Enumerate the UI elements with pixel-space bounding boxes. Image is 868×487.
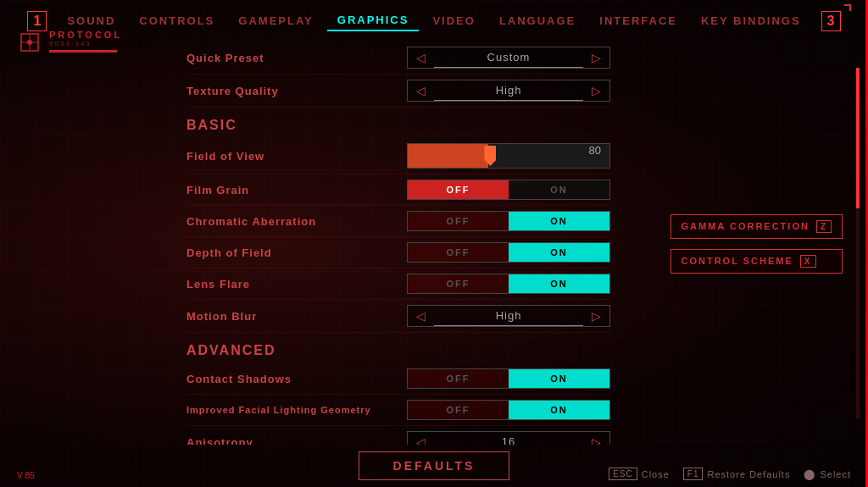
- motion-blur-left-arrow[interactable]: ◁: [408, 306, 434, 326]
- nav-item-video[interactable]: VIDEO: [422, 11, 485, 30]
- anisotropy-left-arrow[interactable]: ◁: [408, 432, 434, 445]
- quick-preset-row: Quick Preset ◁ Custom ▷: [186, 42, 610, 75]
- logo-subtitle: 6033-343: [49, 40, 122, 47]
- nav-item-keybindings[interactable]: KEY BINDINGS: [691, 11, 811, 30]
- control-scheme-button[interactable]: CONTROL SCHEME X: [670, 249, 843, 274]
- close-key: ESC: [609, 468, 637, 480]
- contact-shadows-toggle[interactable]: OFF ON: [407, 368, 610, 389]
- chrom-aber-on[interactable]: ON: [509, 212, 609, 230]
- close-hint: ESC Close: [609, 468, 670, 480]
- restore-key: F1: [683, 468, 704, 480]
- fov-row: Field of View 80: [186, 138, 610, 174]
- facial-lighting-on[interactable]: ON: [509, 401, 609, 419]
- anisotropy-selector[interactable]: ◁ 16 ▷: [407, 431, 610, 445]
- texture-quality-label: Texture Quality: [186, 85, 356, 97]
- lens-flare-on[interactable]: ON: [509, 274, 609, 293]
- defaults-button[interactable]: DEFAULTS: [359, 451, 510, 480]
- nav-item-gameplay[interactable]: GAMEPLAY: [228, 11, 323, 30]
- chrom-aber-toggle[interactable]: OFF ON: [407, 211, 610, 231]
- texture-quality-control: ◁ High ▷: [407, 80, 610, 102]
- control-key-badge: X: [800, 255, 816, 268]
- lens-flare-row: Lens Flare OFF ON: [186, 268, 610, 300]
- fov-control: 80: [407, 143, 610, 169]
- facial-lighting-toggle[interactable]: OFF ON: [407, 400, 610, 420]
- fov-slider[interactable]: 80: [407, 143, 610, 169]
- quick-preset-left-arrow[interactable]: ◁: [408, 47, 434, 68]
- texture-quality-selector[interactable]: ◁ High ▷: [407, 80, 610, 102]
- quick-preset-label: Quick Preset: [186, 52, 356, 64]
- motion-blur-control: ◁ High ▷: [407, 305, 610, 327]
- lens-flare-label: Lens Flare: [186, 278, 356, 291]
- lens-flare-control: OFF ON: [407, 274, 610, 294]
- quick-preset-selector[interactable]: ◁ Custom ▷: [407, 47, 610, 69]
- anisotropy-control: ◁ 16 ▷: [407, 431, 610, 445]
- anisotropy-row: Anisotropy ◁ 16 ▷: [186, 426, 610, 445]
- main-container: 1 SOUND CONTROLS GAMEPLAY GRAPHICS VIDEO…: [0, 0, 868, 487]
- anisotropy-right-arrow[interactable]: ▷: [583, 432, 609, 445]
- contact-shadows-on[interactable]: ON: [509, 369, 609, 388]
- nav-item-interface[interactable]: INTERFACE: [589, 11, 687, 30]
- nav-item-graphics[interactable]: GRAPHICS: [327, 10, 420, 31]
- fov-value: 80: [589, 144, 601, 157]
- contact-shadows-off[interactable]: OFF: [408, 369, 509, 388]
- film-grain-on[interactable]: ON: [509, 180, 609, 199]
- anisotropy-label: Anisotropy: [186, 436, 356, 445]
- lens-flare-off[interactable]: OFF: [408, 274, 509, 293]
- svg-point-3: [27, 40, 32, 45]
- restore-label: Restore Defaults: [707, 469, 790, 479]
- contact-shadows-control: OFF ON: [407, 368, 610, 389]
- corner-decoration: [844, 4, 851, 11]
- facial-lighting-off[interactable]: OFF: [408, 401, 509, 419]
- select-label: Select: [820, 469, 851, 479]
- facial-lighting-control: OFF ON: [407, 400, 610, 420]
- motion-blur-label: Motion Blur: [186, 310, 356, 323]
- film-grain-control: OFF ON: [407, 180, 610, 200]
- nav-bracket-right: 3: [821, 11, 841, 31]
- film-grain-row: Film Grain OFF ON: [186, 174, 610, 206]
- texture-quality-value: High: [434, 80, 583, 101]
- fov-handle[interactable]: [484, 146, 496, 166]
- fov-track: 80: [408, 144, 609, 168]
- gamma-correction-label: GAMMA CORRECTION: [682, 221, 810, 231]
- nav-item-language[interactable]: LANGUAGE: [489, 11, 586, 30]
- bottom-bar: DEFAULTS: [0, 445, 868, 487]
- depth-field-on[interactable]: ON: [509, 243, 609, 262]
- nav-item-controls[interactable]: CONTROLS: [129, 11, 225, 30]
- settings-panel: Quick Preset ◁ Custom ▷ Texture Quality …: [186, 42, 627, 445]
- gamma-correction-button[interactable]: GAMMA CORRECTION Z: [670, 214, 843, 239]
- facial-lighting-label: Improved Facial Lighting Geometry: [186, 405, 371, 415]
- contact-shadows-label: Contact Shadows: [186, 373, 356, 385]
- logo-bar: [49, 50, 117, 53]
- texture-quality-right-arrow[interactable]: ▷: [583, 80, 609, 101]
- section-advanced: Advanced: [186, 333, 610, 363]
- anisotropy-value: 16: [434, 432, 583, 445]
- nav-item-sound[interactable]: SOUND: [57, 11, 125, 30]
- film-grain-off[interactable]: OFF: [408, 180, 509, 199]
- close-label: Close: [642, 469, 670, 479]
- chrom-aber-control: OFF ON: [407, 211, 610, 231]
- lens-flare-toggle[interactable]: OFF ON: [407, 274, 610, 294]
- chrom-aber-off[interactable]: OFF: [408, 212, 509, 230]
- scroll-thumb[interactable]: [856, 68, 860, 208]
- gamma-key-badge: Z: [816, 220, 832, 233]
- footer-hints: ESC Close F1 Restore Defaults ⬤ Select: [609, 468, 851, 480]
- texture-quality-left-arrow[interactable]: ◁: [408, 80, 434, 101]
- logo-icon: [17, 30, 42, 55]
- depth-field-label: Depth of Field: [186, 246, 356, 259]
- select-icon: ⬤: [804, 468, 815, 480]
- motion-blur-selector[interactable]: ◁ High ▷: [407, 305, 610, 327]
- depth-field-off[interactable]: OFF: [408, 243, 509, 262]
- fov-label: Field of View: [186, 150, 356, 163]
- quick-preset-right-arrow[interactable]: ▷: [583, 47, 609, 68]
- motion-blur-right-arrow[interactable]: ▷: [583, 306, 609, 326]
- quick-preset-control: ◁ Custom ▷: [407, 47, 610, 69]
- logo-area: PROTOCOL 6033-343: [17, 30, 122, 55]
- side-buttons: GAMMA CORRECTION Z CONTROL SCHEME X: [670, 214, 843, 274]
- scroll-track[interactable]: [856, 68, 860, 419]
- texture-quality-row: Texture Quality ◁ High ▷: [186, 75, 610, 108]
- contact-shadows-row: Contact Shadows OFF ON: [186, 363, 610, 395]
- restore-hint: F1 Restore Defaults: [683, 468, 791, 480]
- control-scheme-label: CONTROL SCHEME: [682, 256, 793, 266]
- film-grain-toggle[interactable]: OFF ON: [407, 180, 610, 200]
- depth-field-toggle[interactable]: OFF ON: [407, 242, 610, 263]
